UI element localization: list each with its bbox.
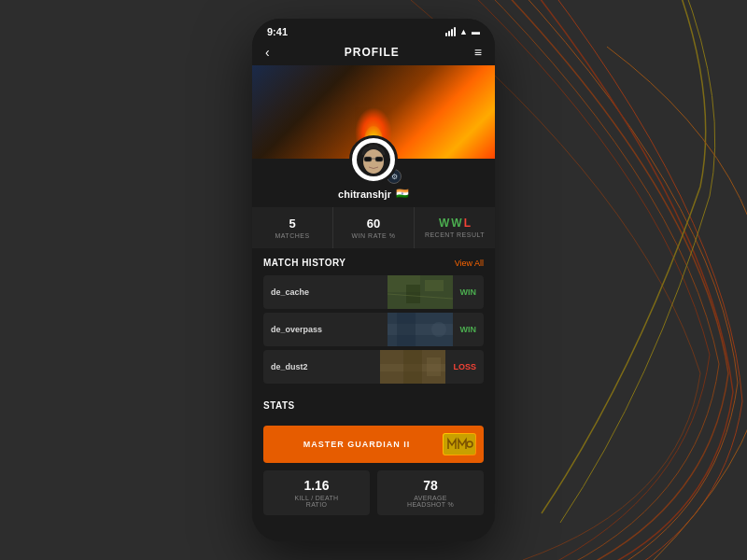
view-all-button[interactable]: View All xyxy=(455,259,484,268)
match-item-dust2[interactable]: de_dust2 LOSS xyxy=(263,350,484,384)
scroll-content: ⚙ chitranshjr 🇮🇳 5 MATCHES 60 WIN RATE %… xyxy=(252,65,495,541)
page-title: PROFILE xyxy=(345,46,400,59)
match-item-overpass[interactable]: de_overpass WIN xyxy=(263,313,484,346)
rank-section: MASTER GUARDIAN II xyxy=(252,422,495,470)
stats-title: STATS xyxy=(263,400,295,411)
quick-stats-row: 5 MATCHES 60 WIN RATE % W W L RECENT RES… xyxy=(252,207,495,248)
hs-value: 78 xyxy=(385,478,476,493)
result-l1: L xyxy=(464,217,471,230)
matches-stat: 5 MATCHES xyxy=(252,207,333,248)
kd-stat-box: 1.16 KILL / DEATHRATIO xyxy=(263,470,370,515)
match-item-cache[interactable]: de_cache WIN xyxy=(263,275,484,309)
hs-label: AVERAGEHEADSHOT % xyxy=(385,495,476,508)
top-nav: ‹ PROFILE ≡ xyxy=(252,41,495,65)
svg-rect-12 xyxy=(397,313,416,346)
winrate-value: 60 xyxy=(367,217,380,231)
status-icons: ▲ ▬ xyxy=(445,27,480,36)
winrate-label: WIN RATE % xyxy=(352,232,396,239)
signal-icon xyxy=(445,27,456,36)
avatar xyxy=(349,135,398,184)
match-history-title: MATCH HISTORY xyxy=(263,258,346,268)
username-row: chitranshjr 🇮🇳 xyxy=(338,188,409,200)
match-thumb-dust2 xyxy=(380,350,445,384)
result-w2: W xyxy=(451,217,461,230)
stats-grid: 1.16 KILL / DEATHRATIO 78 AVERAGEHEADSHO… xyxy=(252,470,495,523)
avatar-face xyxy=(355,141,392,178)
menu-button[interactable]: ≡ xyxy=(474,45,482,60)
phone-container: 9:41 ▲ ▬ ‹ PROFILE ≡ xyxy=(252,19,495,541)
status-bar: 9:41 ▲ ▬ xyxy=(252,19,495,41)
battery-icon: ▬ xyxy=(472,27,480,36)
stats-section: STATS xyxy=(252,391,495,422)
svg-rect-3 xyxy=(375,157,383,161)
rank-button[interactable]: MASTER GUARDIAN II xyxy=(263,426,484,463)
match-result-overpass: WIN xyxy=(453,325,485,334)
hs-stat-box: 78 AVERAGEHEADSHOT % xyxy=(377,470,484,515)
rank-icon xyxy=(443,433,476,455)
stats-section-header: STATS xyxy=(263,400,484,411)
svg-rect-8 xyxy=(425,280,444,291)
rank-label: MASTER GUARDIAN II xyxy=(271,440,443,449)
match-result-cache: WIN xyxy=(453,287,485,297)
flag-icon: 🇮🇳 xyxy=(396,188,409,200)
recent-results: W W L xyxy=(439,217,471,230)
svg-rect-7 xyxy=(406,285,420,303)
kd-label: KILL / DEATHRATIO xyxy=(271,495,362,508)
svg-rect-17 xyxy=(427,357,441,376)
result-w1: W xyxy=(439,217,449,230)
recent-label: RECENT RESULT xyxy=(425,231,485,238)
kd-value: 1.16 xyxy=(271,478,362,493)
recent-results-stat: W W L RECENT RESULT xyxy=(415,207,495,248)
status-time: 9:41 xyxy=(267,26,288,37)
match-name-overpass: de_overpass xyxy=(263,325,330,334)
back-button[interactable]: ‹ xyxy=(265,45,270,60)
username-label: chitranshjr xyxy=(338,189,391,200)
svg-rect-2 xyxy=(364,157,372,161)
match-history-header: MATCH HISTORY View All xyxy=(263,258,484,268)
svg-point-13 xyxy=(431,322,446,337)
match-result-dust2: LOSS xyxy=(445,362,484,371)
match-name-dust2: de_dust2 xyxy=(263,362,316,371)
winrate-stat: 60 WIN RATE % xyxy=(333,207,415,248)
match-thumb-cache xyxy=(388,275,453,309)
matches-label: MATCHES xyxy=(275,232,309,239)
match-thumb-overpass xyxy=(388,313,453,346)
match-name-cache: de_cache xyxy=(263,287,317,297)
svg-rect-16 xyxy=(403,350,422,384)
wifi-icon: ▲ xyxy=(459,27,468,36)
match-history-section: MATCH HISTORY View All de_cache xyxy=(252,248,495,391)
matches-value: 5 xyxy=(289,217,295,231)
